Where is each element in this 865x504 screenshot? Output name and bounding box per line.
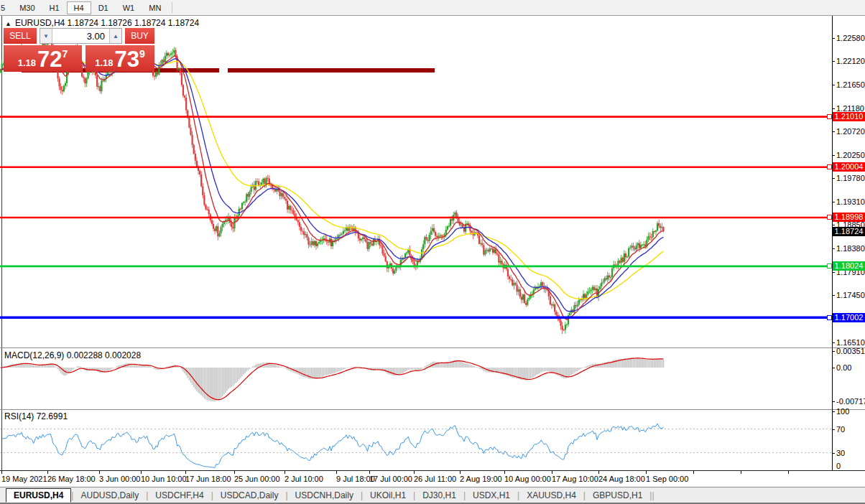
time-label: 17 Jul 00:00 [369, 475, 412, 483]
lot-size-input[interactable] [52, 29, 109, 43]
tab-separator: | [652, 490, 654, 500]
time-tick [369, 471, 370, 474]
time-label: 10 Aug 00:00 [504, 475, 551, 483]
price-level-chip: 1.17002 [833, 313, 865, 322]
time-tick [141, 471, 142, 474]
ask-pip-digit: 9 [139, 48, 145, 60]
line-handle[interactable] [827, 263, 832, 269]
macd-signal-line [1, 358, 664, 400]
chart-title: ▲EURUSD,H4 1.18724 1.18726 1.18724 1.187… [5, 18, 199, 28]
timeframe-button-m30[interactable]: M30 [12, 1, 42, 14]
price-tick-label: 1.22120 [836, 57, 865, 65]
time-label: 2 Jul 10:00 [285, 475, 323, 483]
collapse-trade-panel-icon[interactable]: ▲ [5, 20, 11, 27]
timeframe-button-w1[interactable]: W1 [116, 1, 142, 14]
ask-price-button[interactable]: 1.18 73 9 [85, 45, 154, 72]
rsi-tick [832, 453, 835, 454]
chart-tab-usdcnh[interactable]: USDCNH,Daily [288, 489, 361, 502]
time-tick [234, 471, 235, 474]
time-axis-line [0, 470, 865, 471]
price-tick [832, 272, 835, 273]
chart-tab-usdchf[interactable]: USDCHF,H4 [148, 489, 211, 502]
price-tick-label: 1.22580 [836, 34, 865, 42]
rsi-label: RSI(14) 72.6991 [4, 411, 68, 421]
rsi-tick-label: 0 [836, 462, 865, 470]
chart-tab-gbpusd[interactable]: GBPUSD,H1 [586, 489, 649, 502]
price-tick-label: 1.19780 [836, 174, 865, 182]
one-click-trading-panel: SELL ▼ ▲ BUY 1.18 72 7 1.18 73 9 [4, 28, 154, 72]
price-tick [832, 61, 835, 62]
price-tick [832, 342, 835, 343]
timeframe-button-5[interactable]: 5 [0, 1, 12, 14]
time-tick [1, 471, 2, 474]
rsi-tick-label: 100 [836, 407, 865, 416]
line-handle[interactable] [827, 164, 832, 169]
chart-tab-bar: EURUSD,H4|AUDUSD,Daily|USDCHF,H4|USDCAD,… [0, 487, 865, 504]
rsi-indicator-area[interactable] [0, 410, 832, 470]
rsi-line [2, 424, 664, 467]
price-tick-label: 1.20720 [836, 127, 865, 136]
price-tick [832, 38, 835, 39]
chart-tab-eurusd[interactable]: EURUSD,H4 [6, 488, 71, 503]
time-tick [47, 471, 48, 474]
bid-big-digits: 72 [37, 47, 62, 72]
price-tick [832, 225, 835, 225]
macd-tick-label: 0.003515 [836, 347, 865, 355]
lot-decrease-button[interactable]: ▼ [40, 29, 52, 43]
chart-tab-usdcad[interactable]: USDCAD,Daily [213, 489, 286, 502]
macd-tick [832, 401, 835, 402]
time-label: 24 Aug 18:00 [598, 475, 645, 483]
macd-tick-label: 0.00 [836, 363, 865, 372]
bid-prefix: 1.18 [18, 57, 36, 68]
timeframe-button-d1[interactable]: D1 [91, 1, 116, 14]
price-tick [832, 108, 835, 109]
timeframe-button-h1[interactable]: H1 [42, 1, 67, 14]
price-tick-label: 1.17450 [836, 291, 865, 299]
time-label: 2 Aug 19:00 [460, 475, 502, 483]
buy-button[interactable]: BUY [125, 28, 154, 44]
price-tick [832, 178, 835, 179]
price-level-chip: 1.20004 [833, 162, 865, 172]
line-handle[interactable] [827, 315, 832, 320]
chart-tab-ukoil[interactable]: UKOil,H1 [363, 489, 413, 502]
line-handle[interactable] [827, 114, 832, 119]
bid-price-button[interactable]: 1.18 72 7 [4, 45, 82, 72]
chart-tab-dj30[interactable]: DJ30,H1 [415, 489, 463, 502]
line-handle[interactable] [827, 215, 832, 220]
symbol-ohlc-text: EURUSD,H4 1.18724 1.18726 1.18724 1.1872… [15, 18, 199, 28]
timeframe-button-mn[interactable]: MN [142, 1, 168, 14]
price-level-chip: 1.18724 [833, 227, 865, 236]
candlesticks [0, 36, 665, 334]
price-tick-label: 1.20250 [836, 151, 865, 159]
time-label: 19 May 2021 [1, 475, 47, 483]
time-label: 26 Jul 11:00 [414, 475, 456, 483]
chart-tab-usdx[interactable]: USDX,H1 [466, 489, 517, 502]
chart-tab-audusd[interactable]: AUDUSD,Daily [73, 489, 146, 502]
price-tick [832, 202, 835, 202]
price-tick [832, 85, 835, 85]
timeframe-button-h4[interactable]: H4 [67, 1, 91, 14]
time-label: 10 Jun 10:00 [141, 475, 187, 483]
bid-pip-digit: 7 [63, 48, 68, 60]
time-tick [693, 471, 694, 474]
time-tick [552, 471, 552, 474]
price-tick [832, 131, 835, 132]
ask-big-digits: 73 [115, 47, 139, 72]
time-label: 17 Jun 18:00 [185, 475, 231, 483]
macd-histogram [0, 358, 664, 401]
rsi-tick-label: 30 [836, 449, 865, 457]
timeframe-toolbar: 5M30H1H4D1W1MN [0, 0, 865, 16]
time-tick [185, 471, 186, 474]
price-tick [832, 295, 835, 296]
time-tick [788, 471, 789, 474]
lot-increase-button[interactable]: ▲ [109, 29, 121, 43]
time-label: 1 Sep 00:00 [646, 475, 688, 483]
ask-prefix: 1.18 [95, 57, 113, 68]
price-level-chip: 1.18024 [833, 261, 865, 271]
sell-button[interactable]: SELL [4, 28, 37, 44]
price-tick-label: 1.21650 [836, 80, 865, 89]
price-tick-label: 1.19310 [836, 197, 865, 206]
time-tick [285, 471, 285, 474]
chart-tab-xauusd[interactable]: XAUUSD,H4 [519, 489, 583, 502]
time-tick [741, 471, 741, 474]
